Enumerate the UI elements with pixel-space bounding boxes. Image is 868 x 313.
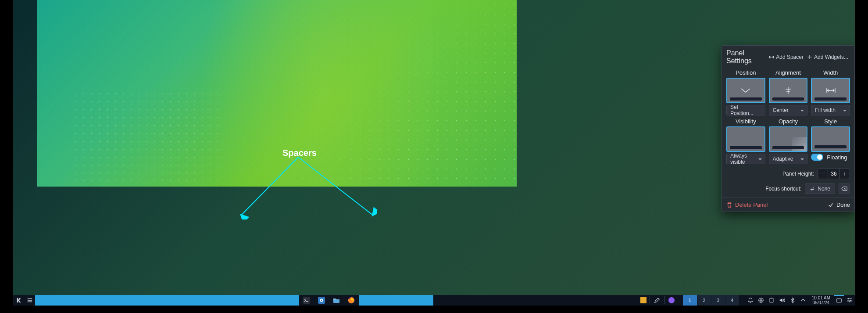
trash-icon — [726, 202, 732, 208]
add-widgets-label: Add Widgets... — [814, 54, 848, 60]
konsole-icon — [303, 297, 310, 304]
desktop-rect-icon — [836, 298, 842, 304]
speaker-icon — [779, 297, 785, 303]
chevron-up-icon — [800, 297, 806, 303]
svg-point-11 — [848, 298, 849, 299]
panel-height-spinner: − 36 + — [818, 169, 850, 179]
bluetooth-icon — [789, 297, 796, 303]
square-icon — [640, 297, 647, 303]
svg-rect-8 — [770, 298, 773, 302]
separator — [650, 296, 650, 304]
task-app-konsole[interactable] — [299, 295, 314, 306]
delete-panel-button[interactable]: Delete Panel — [726, 201, 768, 208]
separator — [637, 296, 637, 304]
annotation-label: Spacers — [282, 148, 317, 158]
clipboard-icon — [768, 297, 775, 303]
height-decrement-button[interactable]: − — [818, 169, 828, 179]
panel-height-value[interactable]: 36 — [828, 169, 840, 179]
check-icon — [828, 202, 834, 208]
tray-volume[interactable] — [777, 295, 787, 306]
task-app-systemsettings[interactable] — [314, 295, 329, 306]
pager-desktop-2[interactable]: 2 — [697, 295, 711, 306]
clock-date: 05/07/24 — [812, 300, 830, 305]
task-manager-apps — [299, 295, 359, 306]
focus-shortcut-clear-button[interactable] — [839, 183, 850, 194]
alignment-label: Alignment — [769, 69, 808, 76]
style-preview[interactable] — [811, 126, 850, 152]
tray-network[interactable] — [756, 295, 766, 306]
svg-point-12 — [850, 300, 851, 301]
visibility-preview[interactable] — [726, 126, 765, 152]
visibility-dropdown[interactable]: Always visible — [726, 154, 765, 164]
task-app-dolphin[interactable] — [329, 295, 344, 306]
swap-icon — [810, 186, 815, 191]
done-label: Done — [836, 201, 850, 208]
task-app-firefox[interactable] — [344, 295, 359, 306]
alignment-preview[interactable] — [769, 78, 808, 103]
alignment-dropdown[interactable]: Center — [769, 105, 808, 115]
systemsettings-icon — [318, 297, 325, 304]
wallpaper-dots — [72, 90, 225, 187]
hamburger-icon — [27, 297, 33, 303]
clock-time: 10:01 AM — [812, 295, 830, 300]
panel-height-label: Panel Height: — [782, 171, 814, 177]
virtual-desktop-pager: 1 2 3 4 — [683, 295, 739, 306]
pager-desktop-1[interactable]: 1 — [683, 295, 697, 306]
tray-circle-button[interactable] — [666, 295, 677, 306]
panel-spacer-right[interactable] — [359, 295, 433, 306]
done-button[interactable]: Done — [828, 201, 850, 208]
system-tray — [745, 295, 808, 306]
opacity-preview[interactable] — [769, 126, 808, 152]
pager-desktop-4[interactable]: 4 — [725, 295, 739, 306]
bell-icon — [747, 297, 754, 303]
align-center-icon — [784, 86, 793, 95]
style-label: Style — [811, 118, 850, 125]
backspace-icon — [841, 186, 847, 191]
focus-shortcut-label: Focus shortcut: — [765, 186, 801, 192]
focus-shortcut-value: None — [818, 186, 830, 192]
sliders-icon — [847, 297, 853, 303]
spacer-icon — [769, 54, 774, 60]
add-widgets-button[interactable]: Add Widgets... — [805, 53, 850, 61]
position-preview[interactable] — [726, 78, 765, 103]
hamburger-menu-button[interactable] — [25, 295, 35, 306]
taskbar: 1 2 3 4 10:01 AM 05/07/24 — [13, 295, 855, 306]
tray-notifications[interactable] — [745, 295, 756, 306]
popup-header: Panel Settings Add Spacer Add Widgets... — [722, 46, 854, 69]
visibility-label: Visibility — [726, 118, 765, 125]
panel-spacer-left[interactable] — [35, 295, 299, 306]
digital-clock[interactable]: 10:01 AM 05/07/24 — [808, 295, 834, 305]
add-spacer-button[interactable]: Add Spacer — [767, 53, 805, 61]
wallpaper-window — [37, 0, 517, 187]
svg-rect-10 — [837, 299, 842, 302]
popup-title: Panel Settings — [726, 49, 767, 65]
width-fill-icon — [825, 87, 836, 94]
tray-bluetooth[interactable] — [787, 295, 798, 306]
kde-logo-icon — [16, 297, 22, 303]
set-position-button[interactable]: Set Position... — [726, 105, 765, 115]
app-launcher-button[interactable] — [13, 295, 25, 306]
delete-panel-label: Delete Panel — [735, 201, 768, 208]
height-increment-button[interactable]: + — [840, 169, 850, 179]
firefox-icon — [348, 297, 355, 304]
opacity-dropdown[interactable]: Adaptive — [769, 154, 808, 164]
tray-clipboard[interactable] — [766, 295, 777, 306]
svg-point-13 — [849, 301, 850, 302]
width-label: Width — [811, 69, 850, 76]
width-dropdown[interactable]: Fill width — [811, 105, 850, 115]
floating-label: Floating — [827, 154, 847, 161]
tray-color-yellow[interactable] — [639, 295, 648, 306]
width-preview[interactable] — [811, 78, 850, 103]
pen-icon — [654, 297, 660, 303]
pager-desktop-3[interactable]: 3 — [711, 295, 725, 306]
plus-icon — [807, 54, 812, 60]
folder-icon — [333, 297, 340, 304]
tray-expand[interactable] — [798, 295, 808, 306]
floating-toggle[interactable] — [811, 154, 823, 161]
tray-pen-button[interactable] — [652, 295, 662, 306]
show-desktop-button[interactable] — [834, 295, 844, 306]
focus-shortcut-button[interactable]: None — [805, 183, 835, 194]
opacity-label: Opacity — [769, 118, 808, 125]
panel-config-button[interactable] — [844, 295, 855, 306]
svg-rect-9 — [771, 298, 772, 299]
